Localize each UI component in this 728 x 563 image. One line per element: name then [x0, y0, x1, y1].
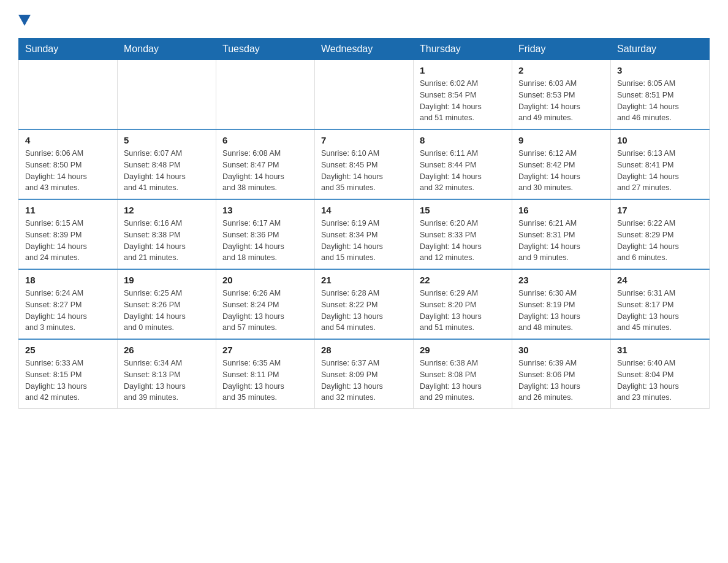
day-info: Sunrise: 6:33 AMSunset: 8:15 PMDaylight:… — [25, 358, 111, 404]
day-number: 15 — [420, 205, 506, 215]
calendar-cell: 10Sunrise: 6:13 AMSunset: 8:41 PMDayligh… — [611, 129, 710, 199]
day-info: Sunrise: 6:06 AMSunset: 8:50 PMDaylight:… — [25, 148, 111, 194]
header-cell-friday: Friday — [512, 39, 611, 60]
calendar-cell: 4Sunrise: 6:06 AMSunset: 8:50 PMDaylight… — [19, 129, 118, 199]
day-info: Sunrise: 6:28 AMSunset: 8:22 PMDaylight:… — [321, 288, 407, 334]
calendar-cell: 6Sunrise: 6:08 AMSunset: 8:47 PMDaylight… — [216, 129, 315, 199]
day-number: 30 — [518, 345, 604, 355]
day-number: 19 — [124, 275, 210, 285]
calendar-cell: 2Sunrise: 6:03 AMSunset: 8:53 PMDaylight… — [512, 60, 611, 130]
day-number: 6 — [222, 135, 308, 145]
day-number: 25 — [25, 345, 111, 355]
day-number: 27 — [222, 345, 308, 355]
day-number: 31 — [617, 345, 703, 355]
day-info: Sunrise: 6:07 AMSunset: 8:48 PMDaylight:… — [124, 148, 210, 194]
day-number: 21 — [321, 275, 407, 285]
calendar-cell: 31Sunrise: 6:40 AMSunset: 8:04 PMDayligh… — [611, 339, 710, 409]
calendar-cell: 3Sunrise: 6:05 AMSunset: 8:51 PMDaylight… — [611, 60, 710, 130]
calendar-cell: 22Sunrise: 6:29 AMSunset: 8:20 PMDayligh… — [414, 269, 512, 339]
header-row: SundayMondayTuesdayWednesdayThursdayFrid… — [19, 39, 710, 60]
day-number: 20 — [222, 275, 308, 285]
calendar-cell: 19Sunrise: 6:25 AMSunset: 8:26 PMDayligh… — [118, 269, 216, 339]
calendar-cell: 8Sunrise: 6:11 AMSunset: 8:44 PMDaylight… — [414, 129, 512, 199]
header-cell-sunday: Sunday — [19, 39, 118, 60]
calendar-cell: 11Sunrise: 6:15 AMSunset: 8:39 PMDayligh… — [19, 199, 118, 269]
calendar-cell: 5Sunrise: 6:07 AMSunset: 8:48 PMDaylight… — [118, 129, 216, 199]
day-info: Sunrise: 6:31 AMSunset: 8:17 PMDaylight:… — [617, 288, 703, 334]
day-info: Sunrise: 6:37 AMSunset: 8:09 PMDaylight:… — [321, 358, 407, 404]
day-number: 24 — [617, 275, 703, 285]
day-info: Sunrise: 6:40 AMSunset: 8:04 PMDaylight:… — [617, 358, 703, 404]
calendar-cell: 27Sunrise: 6:35 AMSunset: 8:11 PMDayligh… — [216, 339, 315, 409]
day-number: 22 — [420, 275, 506, 285]
calendar-cell — [216, 60, 315, 130]
day-info: Sunrise: 6:05 AMSunset: 8:51 PMDaylight:… — [617, 78, 703, 124]
day-number: 29 — [420, 345, 506, 355]
day-info: Sunrise: 6:29 AMSunset: 8:20 PMDaylight:… — [420, 288, 506, 334]
day-info: Sunrise: 6:16 AMSunset: 8:38 PMDaylight:… — [124, 218, 210, 264]
day-info: Sunrise: 6:30 AMSunset: 8:19 PMDaylight:… — [518, 288, 604, 334]
calendar-header: SundayMondayTuesdayWednesdayThursdayFrid… — [19, 39, 710, 60]
calendar-cell: 7Sunrise: 6:10 AMSunset: 8:45 PMDaylight… — [315, 129, 414, 199]
calendar-week-2: 4Sunrise: 6:06 AMSunset: 8:50 PMDaylight… — [19, 129, 710, 199]
day-number: 17 — [617, 205, 703, 215]
header-cell-thursday: Thursday — [414, 39, 512, 60]
calendar-body: 1Sunrise: 6:02 AMSunset: 8:54 PMDaylight… — [19, 60, 710, 409]
calendar-cell: 21Sunrise: 6:28 AMSunset: 8:22 PMDayligh… — [315, 269, 414, 339]
calendar-cell: 30Sunrise: 6:39 AMSunset: 8:06 PMDayligh… — [512, 339, 611, 409]
day-number: 26 — [124, 345, 210, 355]
day-info: Sunrise: 6:35 AMSunset: 8:11 PMDaylight:… — [222, 358, 308, 404]
day-number: 3 — [617, 65, 703, 75]
calendar-cell: 15Sunrise: 6:20 AMSunset: 8:33 PMDayligh… — [414, 199, 512, 269]
day-number: 7 — [321, 135, 407, 145]
header-cell-saturday: Saturday — [611, 39, 710, 60]
calendar-cell: 13Sunrise: 6:17 AMSunset: 8:36 PMDayligh… — [216, 199, 315, 269]
page-header — [18, 12, 710, 26]
day-number: 12 — [124, 205, 210, 215]
day-number: 10 — [617, 135, 703, 145]
header-cell-monday: Monday — [118, 39, 216, 60]
day-number: 13 — [222, 205, 308, 215]
calendar-week-3: 11Sunrise: 6:15 AMSunset: 8:39 PMDayligh… — [19, 199, 710, 269]
calendar-week-1: 1Sunrise: 6:02 AMSunset: 8:54 PMDaylight… — [19, 60, 710, 130]
day-number: 9 — [518, 135, 604, 145]
header-cell-tuesday: Tuesday — [216, 39, 315, 60]
calendar-cell: 16Sunrise: 6:21 AMSunset: 8:31 PMDayligh… — [512, 199, 611, 269]
day-number: 16 — [518, 205, 604, 215]
calendar-cell — [19, 60, 118, 130]
calendar-cell — [315, 60, 414, 130]
day-info: Sunrise: 6:25 AMSunset: 8:26 PMDaylight:… — [124, 288, 210, 334]
calendar-cell: 24Sunrise: 6:31 AMSunset: 8:17 PMDayligh… — [611, 269, 710, 339]
calendar-cell: 1Sunrise: 6:02 AMSunset: 8:54 PMDaylight… — [414, 60, 512, 130]
header-cell-wednesday: Wednesday — [315, 39, 414, 60]
calendar-cell — [118, 60, 216, 130]
day-info: Sunrise: 6:38 AMSunset: 8:08 PMDaylight:… — [420, 358, 506, 404]
calendar-cell: 28Sunrise: 6:37 AMSunset: 8:09 PMDayligh… — [315, 339, 414, 409]
day-info: Sunrise: 6:12 AMSunset: 8:42 PMDaylight:… — [518, 148, 604, 194]
calendar-cell: 29Sunrise: 6:38 AMSunset: 8:08 PMDayligh… — [414, 339, 512, 409]
calendar-week-4: 18Sunrise: 6:24 AMSunset: 8:27 PMDayligh… — [19, 269, 710, 339]
day-number: 28 — [321, 345, 407, 355]
calendar-cell: 18Sunrise: 6:24 AMSunset: 8:27 PMDayligh… — [19, 269, 118, 339]
calendar-cell: 23Sunrise: 6:30 AMSunset: 8:19 PMDayligh… — [512, 269, 611, 339]
day-number: 5 — [124, 135, 210, 145]
day-info: Sunrise: 6:17 AMSunset: 8:36 PMDaylight:… — [222, 218, 308, 264]
day-info: Sunrise: 6:24 AMSunset: 8:27 PMDaylight:… — [25, 288, 111, 334]
day-number: 11 — [25, 205, 111, 215]
day-info: Sunrise: 6:39 AMSunset: 8:06 PMDaylight:… — [518, 358, 604, 404]
day-number: 2 — [518, 65, 604, 75]
day-info: Sunrise: 6:15 AMSunset: 8:39 PMDaylight:… — [25, 218, 111, 264]
day-info: Sunrise: 6:22 AMSunset: 8:29 PMDaylight:… — [617, 218, 703, 264]
day-info: Sunrise: 6:19 AMSunset: 8:34 PMDaylight:… — [321, 218, 407, 264]
calendar-cell: 14Sunrise: 6:19 AMSunset: 8:34 PMDayligh… — [315, 199, 414, 269]
calendar-table: SundayMondayTuesdayWednesdayThursdayFrid… — [18, 38, 710, 409]
day-number: 14 — [321, 205, 407, 215]
calendar-cell: 9Sunrise: 6:12 AMSunset: 8:42 PMDaylight… — [512, 129, 611, 199]
day-number: 4 — [25, 135, 111, 145]
calendar-cell: 12Sunrise: 6:16 AMSunset: 8:38 PMDayligh… — [118, 199, 216, 269]
day-info: Sunrise: 6:13 AMSunset: 8:41 PMDaylight:… — [617, 148, 703, 194]
calendar-cell: 26Sunrise: 6:34 AMSunset: 8:13 PMDayligh… — [118, 339, 216, 409]
day-info: Sunrise: 6:08 AMSunset: 8:47 PMDaylight:… — [222, 148, 308, 194]
day-info: Sunrise: 6:10 AMSunset: 8:45 PMDaylight:… — [321, 148, 407, 194]
day-info: Sunrise: 6:02 AMSunset: 8:54 PMDaylight:… — [420, 78, 506, 124]
